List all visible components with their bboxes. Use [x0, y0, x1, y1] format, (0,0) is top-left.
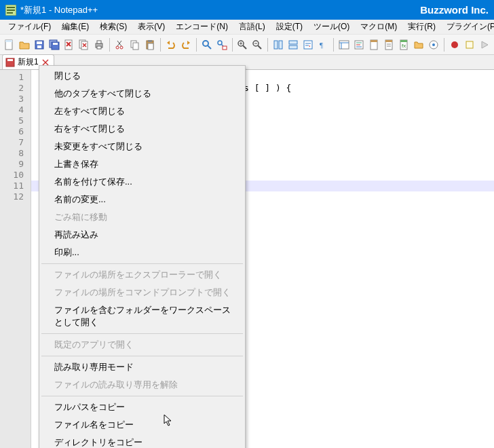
doc-map-button[interactable]: [367, 37, 381, 52]
folder-workspace-button[interactable]: [412, 37, 425, 52]
new-file-button[interactable]: [3, 37, 16, 52]
ctx-divider: [41, 263, 243, 264]
svg-text:¶: ¶: [320, 41, 323, 49]
svg-rect-44: [279, 41, 282, 49]
svg-rect-1: [7, 7, 15, 8]
svg-rect-8: [37, 45, 41, 48]
ctx-readonly-mode[interactable]: 読み取り専用モード: [41, 358, 244, 376]
play-macro-button[interactable]: [478, 37, 491, 52]
ctx-save-as[interactable]: 名前を付けて保存...: [41, 173, 244, 191]
record-macro-button[interactable]: [448, 37, 461, 52]
svg-rect-46: [289, 45, 297, 49]
tab-context-menu: 閉じる 他のタブをすべて閉じる 左をすべて閉じる 右をすべて閉じる 未変更をすべ…: [39, 65, 246, 448]
svg-rect-20: [97, 41, 101, 43]
zoom-in-button[interactable]: [235, 37, 249, 52]
open-file-button[interactable]: [18, 37, 31, 52]
line-number: 3: [0, 94, 24, 105]
ctx-open-folder-workspace[interactable]: ファイルを含むフォルダーをワークスペースとして開く: [41, 301, 244, 331]
svg-rect-49: [339, 41, 349, 49]
line-number: 7: [0, 137, 24, 148]
menu-file[interactable]: ファイル(F): [3, 20, 56, 34]
ctx-print[interactable]: 印刷...: [41, 244, 244, 261]
svg-rect-29: [148, 40, 152, 42]
stop-macro-button[interactable]: [463, 37, 476, 52]
monitoring-button[interactable]: [427, 37, 440, 52]
menu-macro[interactable]: マクロ(M): [355, 20, 402, 34]
line-number: 10: [0, 170, 24, 181]
svg-line-39: [243, 45, 246, 49]
menu-settings[interactable]: 設定(T): [271, 20, 308, 34]
svg-point-24: [116, 46, 119, 49]
show-all-chars-button[interactable]: ¶: [316, 37, 330, 52]
app-icon: [5, 5, 16, 16]
close-button[interactable]: [62, 37, 76, 52]
line-number: 5: [0, 115, 24, 126]
menu-edit[interactable]: 編集(E): [56, 20, 94, 34]
line-number: 4: [0, 105, 24, 115]
menu-lang[interactable]: 言語(L): [233, 20, 271, 34]
ctx-open-cmd: ファイルの場所をコマンドプロンプトで開く: [41, 284, 244, 301]
menu-view[interactable]: 表示(V): [132, 20, 170, 34]
ctx-reload[interactable]: 再読み込み: [41, 226, 244, 244]
line-number: 2: [0, 83, 24, 94]
lang-udl-button[interactable]: [352, 37, 366, 52]
ctx-close[interactable]: 閉じる: [41, 67, 244, 85]
menu-encode[interactable]: エンコード(N): [170, 20, 233, 34]
svg-rect-30: [148, 43, 153, 50]
menu-search[interactable]: 検索(S): [94, 20, 132, 34]
ctx-close-others[interactable]: 他のタブをすべて閉じる: [41, 85, 244, 102]
svg-rect-3: [7, 12, 13, 14]
ctx-copy-fullpath[interactable]: フルパスをコピー: [41, 398, 244, 416]
svg-rect-21: [97, 46, 101, 49]
save-all-button[interactable]: [48, 37, 61, 52]
svg-rect-47: [304, 41, 312, 49]
ctx-close-left[interactable]: 左をすべて閉じる: [41, 102, 244, 120]
ctx-copy-filename[interactable]: ファイル名をコピー: [41, 416, 244, 434]
editor-text: s [ ] ) {: [244, 83, 291, 94]
menu-plugins[interactable]: プラグイン(P): [441, 20, 494, 34]
ctx-close-right[interactable]: 右をすべて閉じる: [41, 120, 244, 138]
func-list-button[interactable]: fx: [397, 37, 411, 52]
svg-line-32: [208, 45, 211, 49]
wrap-button[interactable]: [301, 37, 315, 52]
ctx-divider: [41, 333, 243, 334]
svg-point-25: [120, 46, 123, 49]
copy-button[interactable]: [128, 37, 142, 52]
undo-button[interactable]: [164, 37, 178, 52]
ctx-divider: [41, 356, 243, 356]
zoom-out-button[interactable]: [250, 37, 264, 52]
ctx-copy-directory[interactable]: ディレクトリをコピー: [41, 434, 244, 448]
svg-point-31: [203, 41, 208, 46]
print-button[interactable]: [92, 37, 106, 52]
window-title: *新規1 - Notepad++: [20, 4, 98, 16]
svg-point-66: [432, 43, 435, 46]
close-all-button[interactable]: [77, 37, 91, 52]
ctx-open-explorer: ファイルの場所をエクスプローラーで開く: [41, 266, 244, 284]
save-button[interactable]: [33, 37, 46, 52]
doc-list-button[interactable]: [382, 37, 396, 52]
line-number: 9: [0, 159, 24, 170]
svg-point-67: [451, 41, 458, 48]
svg-rect-45: [289, 41, 297, 44]
svg-rect-27: [133, 43, 138, 50]
ctx-close-unchanged[interactable]: 未変更をすべて閉じる: [41, 138, 244, 155]
svg-rect-63: [400, 40, 407, 42]
mouse-cursor-icon: [164, 414, 174, 428]
svg-rect-11: [53, 43, 58, 45]
ctx-rename[interactable]: 名前の変更...: [41, 191, 244, 208]
sync-v-button[interactable]: [271, 37, 285, 52]
sync-h-button[interactable]: [286, 37, 300, 52]
cut-button[interactable]: [113, 37, 127, 52]
replace-button[interactable]: [215, 37, 229, 52]
find-button[interactable]: [200, 37, 214, 52]
ctx-save[interactable]: 上書き保存: [41, 155, 244, 173]
redo-button[interactable]: [179, 37, 193, 52]
ctx-open-default-app: 既定のアプリで開く: [41, 336, 244, 354]
indent-guide-button[interactable]: [337, 37, 351, 52]
menu-tools[interactable]: ツール(O): [308, 20, 355, 34]
brand-text: Buzzword Inc.: [420, 4, 489, 16]
svg-rect-43: [274, 41, 278, 49]
paste-button[interactable]: [143, 37, 157, 52]
unsaved-icon: [5, 58, 15, 67]
menu-run[interactable]: 実行(R): [402, 20, 441, 34]
